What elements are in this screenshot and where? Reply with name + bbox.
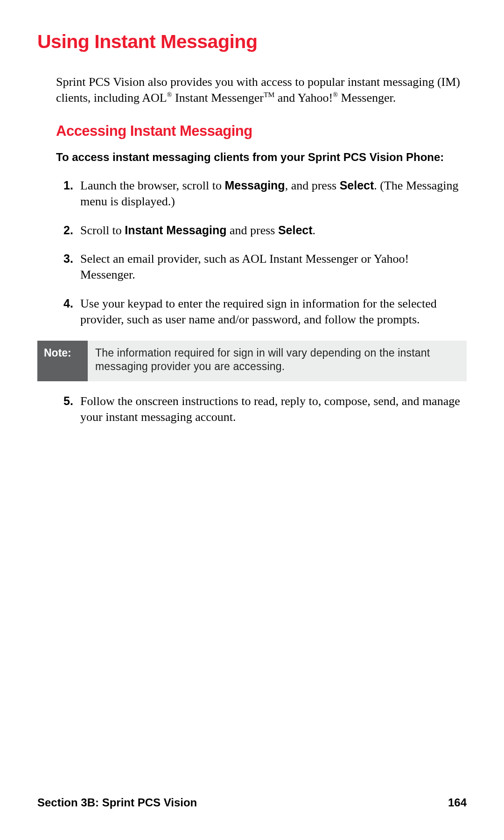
intro-paragraph: Sprint PCS Vision also provides you with… (56, 74, 467, 106)
step-number: 2. (63, 223, 80, 238)
ordered-steps: 1. Launch the browser, scroll to Messagi… (56, 178, 467, 425)
registered-mark: ® (333, 91, 338, 98)
step-1: 1. Launch the browser, scroll to Messagi… (56, 178, 467, 210)
page-title: Using Instant Messaging (37, 31, 467, 53)
step-text: Use your keypad to enter the required si… (80, 296, 467, 328)
note-label: Note: (37, 341, 88, 382)
footer-section: Section 3B: Sprint PCS Vision (37, 796, 197, 809)
step-text: Launch the browser, scroll to Messaging,… (80, 178, 467, 210)
step-4: 4. Use your keypad to enter the required… (56, 296, 467, 328)
step-number: 3. (63, 251, 80, 283)
step-number: 1. (63, 178, 80, 210)
registered-mark: ® (167, 91, 172, 98)
step-text: Follow the onscreen instructions to read… (80, 393, 467, 425)
intro-text-c: and Yahoo! (274, 91, 333, 105)
step-number: 5. (63, 393, 80, 425)
page-number: 164 (448, 796, 467, 809)
page-footer: Section 3B: Sprint PCS Vision 164 (37, 796, 467, 809)
step-5: 5. Follow the onscreen instructions to r… (56, 393, 467, 425)
note-text: The information required for sign in wil… (88, 341, 467, 382)
note-callout: Note: The information required for sign … (37, 341, 467, 382)
step-2: 2. Scroll to Instant Messaging and press… (56, 223, 467, 238)
page-body: Sprint PCS Vision also provides you with… (37, 74, 467, 425)
document-page: Using Instant Messaging Sprint PCS Visio… (0, 0, 504, 425)
section-heading: Accessing Instant Messaging (56, 123, 467, 140)
step-number: 4. (63, 296, 80, 328)
intro-text-d: Messenger. (338, 91, 396, 105)
procedure-lead: To access instant messaging clients from… (56, 150, 467, 165)
step-text: Select an email provider, such as AOL In… (80, 251, 467, 283)
trademark-mark: TM (264, 91, 274, 98)
intro-text-b: Instant Messenger (172, 91, 263, 105)
step-3: 3. Select an email provider, such as AOL… (56, 251, 467, 283)
step-text: Scroll to Instant Messaging and press Se… (80, 223, 467, 238)
